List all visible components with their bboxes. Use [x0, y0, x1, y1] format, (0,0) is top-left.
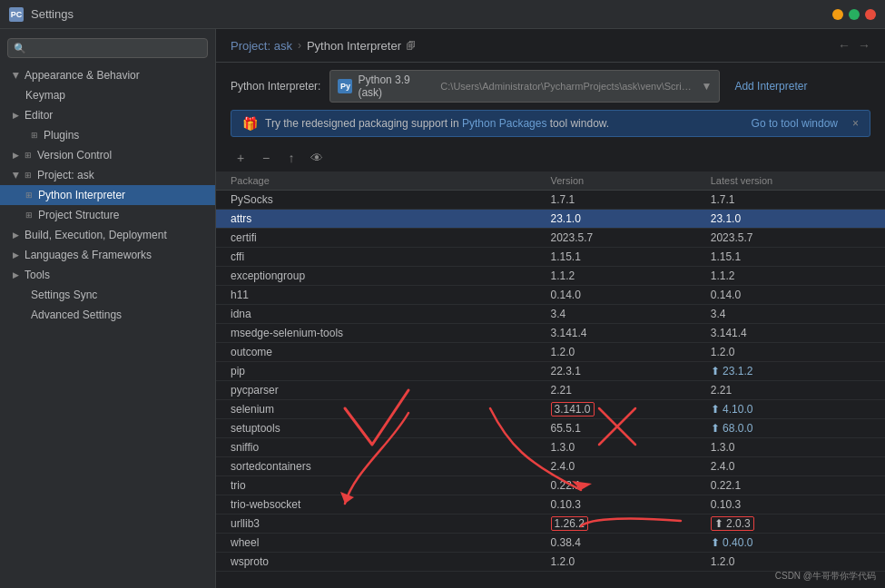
table-row[interactable]: pycparser2.212.21	[216, 381, 885, 400]
sidebar-label: Build, Execution, Deployment	[25, 229, 167, 241]
table-row[interactable]: PySocks1.7.11.7.1	[216, 191, 885, 210]
package-version: 2023.5.7	[551, 231, 711, 244]
banner-action[interactable]: Go to tool window	[752, 117, 838, 130]
table-row[interactable]: cffi1.15.11.15.1	[216, 248, 885, 267]
banner-text: Try the redesigned packaging support in …	[265, 117, 744, 130]
table-row[interactable]: trio0.22.10.22.1	[216, 476, 885, 495]
package-latest: 0.14.0	[711, 289, 870, 301]
package-latest: ⬆ 4.10.0	[711, 403, 870, 416]
package-version: 3.141.0	[551, 403, 711, 416]
package-latest: ⬆ 0.40.0	[711, 536, 870, 549]
sidebar-item-plugins[interactable]: ⊞Plugins	[0, 125, 215, 145]
sidebar-item-version-control[interactable]: ▶⊞Version Control	[0, 145, 215, 165]
table-row[interactable]: msedge-selenium-tools3.141.43.141.4	[216, 324, 885, 343]
package-version: 0.22.1	[551, 479, 711, 492]
package-name: msedge-selenium-tools	[231, 327, 551, 339]
search-box[interactable]: 🔍	[7, 38, 208, 58]
table-row[interactable]: trio-websocket0.10.30.10.3	[216, 495, 885, 514]
table-row[interactable]: sniffio1.3.01.3.0	[216, 438, 885, 457]
package-name: urllib3	[231, 517, 551, 530]
package-version: 1.15.1	[551, 250, 711, 263]
package-name: pip	[231, 365, 551, 377]
sidebar-item-python-interpreter[interactable]: ⊞Python Interpreter	[0, 185, 215, 205]
package-version: 0.14.0	[551, 289, 711, 301]
sidebar-item-editor[interactable]: ▶Editor	[0, 105, 215, 125]
table-row[interactable]: wsproto1.2.01.2.0	[216, 553, 885, 572]
interpreter-selector[interactable]: Py Python 3.9 (ask) C:\Users\Administrat…	[329, 70, 720, 103]
sidebar-item-languages[interactable]: ▶Languages & Frameworks	[0, 245, 215, 265]
package-latest: 1.15.1	[711, 250, 870, 263]
table-row[interactable]: outcome1.2.01.2.0	[216, 343, 885, 362]
update-package-button[interactable]: ↑	[281, 148, 301, 168]
table-row[interactable]: certifi2023.5.72023.5.7	[216, 229, 885, 248]
show-details-button[interactable]: 👁	[307, 148, 327, 168]
package-name: setuptools	[231, 422, 551, 435]
package-version: 1.7.1	[551, 193, 711, 206]
banner-link-text[interactable]: Python Packages	[462, 117, 546, 130]
minimize-button[interactable]	[832, 9, 843, 20]
package-name: pycparser	[231, 384, 551, 397]
package-table: Package Version Latest version PySocks1.…	[216, 172, 885, 588]
table-row[interactable]: pip22.3.1⬆ 23.1.2	[216, 362, 885, 381]
sidebar-label: Editor	[25, 109, 53, 122]
table-row[interactable]: wheel0.38.4⬆ 0.40.0	[216, 534, 885, 553]
search-input[interactable]	[30, 42, 202, 54]
maximize-button[interactable]	[849, 9, 860, 20]
breadcrumb-project[interactable]: Project: ask	[231, 39, 292, 53]
package-version: 2.4.0	[551, 460, 711, 473]
package-version: 65.5.1	[551, 422, 711, 435]
sidebar-item-settings-sync[interactable]: Settings Sync	[0, 285, 215, 305]
window-title: Settings	[31, 7, 74, 21]
table-row[interactable]: urllib31.26.2⬆ 2.0.3	[216, 514, 885, 534]
item-icon: ⊞	[25, 211, 33, 220]
banner-close[interactable]: ×	[852, 117, 859, 130]
app-icon: PC	[9, 7, 24, 22]
sidebar-label: Project: ask	[37, 169, 94, 181]
table-row[interactable]: exceptiongroup1.1.21.1.2	[216, 267, 885, 286]
col-latest: Latest version	[711, 175, 870, 186]
table-row[interactable]: sortedcontainers2.4.02.4.0	[216, 457, 885, 476]
close-button[interactable]	[865, 9, 876, 20]
nav-forward[interactable]: →	[858, 38, 870, 53]
info-banner: 🎁 Try the redesigned packaging support i…	[231, 110, 870, 137]
interpreter-label: Python Interpreter:	[231, 80, 320, 93]
package-version: 23.1.0	[551, 212, 711, 225]
main-layout: 🔍 ▶Appearance & BehaviorKeymap▶Editor⊞Pl…	[0, 29, 885, 588]
add-interpreter-button[interactable]: Add Interpreter	[729, 77, 812, 95]
interpreter-chevron: ▼	[702, 80, 713, 93]
package-name: selenium	[231, 403, 551, 416]
package-version: 1.26.2	[551, 517, 711, 530]
sidebar-item-advanced-settings[interactable]: Advanced Settings	[0, 305, 215, 325]
sidebar-item-project[interactable]: ▶⊞Project: ask	[0, 165, 215, 185]
sidebar-item-keymap[interactable]: Keymap	[0, 85, 215, 105]
sidebar-item-build[interactable]: ▶Build, Execution, Deployment	[0, 225, 215, 245]
table-row[interactable]: h110.14.00.14.0	[216, 286, 885, 305]
col-package: Package	[231, 175, 551, 186]
package-version: 1.3.0	[551, 441, 711, 454]
breadcrumb-separator: ›	[298, 39, 301, 52]
table-row[interactable]: selenium3.141.0⬆ 4.10.0	[216, 400, 885, 419]
sidebar-label: Project Structure	[38, 209, 119, 221]
table-row[interactable]: setuptools65.5.1⬆ 68.0.0	[216, 419, 885, 438]
chevron-icon: ▶	[13, 230, 19, 240]
sidebar-item-tools[interactable]: ▶Tools	[0, 265, 215, 285]
python-icon: Py	[338, 79, 352, 93]
package-name: h11	[231, 289, 551, 301]
chevron-icon: ▶	[13, 151, 19, 160]
package-name: sortedcontainers	[231, 460, 551, 473]
table-row[interactable]: idna3.43.4	[216, 305, 885, 324]
sidebar-item-project-structure[interactable]: ⊞Project Structure	[0, 205, 215, 225]
package-version: 3.4	[551, 308, 711, 320]
nav-back[interactable]: ←	[838, 38, 851, 53]
table-row[interactable]: attrs23.1.023.1.0	[216, 210, 885, 229]
sidebar-item-appearance[interactable]: ▶Appearance & Behavior	[0, 65, 215, 85]
package-name: wheel	[231, 536, 551, 549]
add-package-button[interactable]: +	[231, 148, 251, 168]
col-version: Version	[551, 175, 711, 186]
item-icon: ⊞	[25, 171, 32, 180]
package-latest: 1.3.0	[711, 441, 870, 454]
package-name: wsproto	[231, 555, 551, 568]
remove-package-button[interactable]: −	[256, 148, 276, 168]
sidebar: 🔍 ▶Appearance & BehaviorKeymap▶Editor⊞Pl…	[0, 29, 216, 588]
package-name: sniffio	[231, 441, 551, 454]
